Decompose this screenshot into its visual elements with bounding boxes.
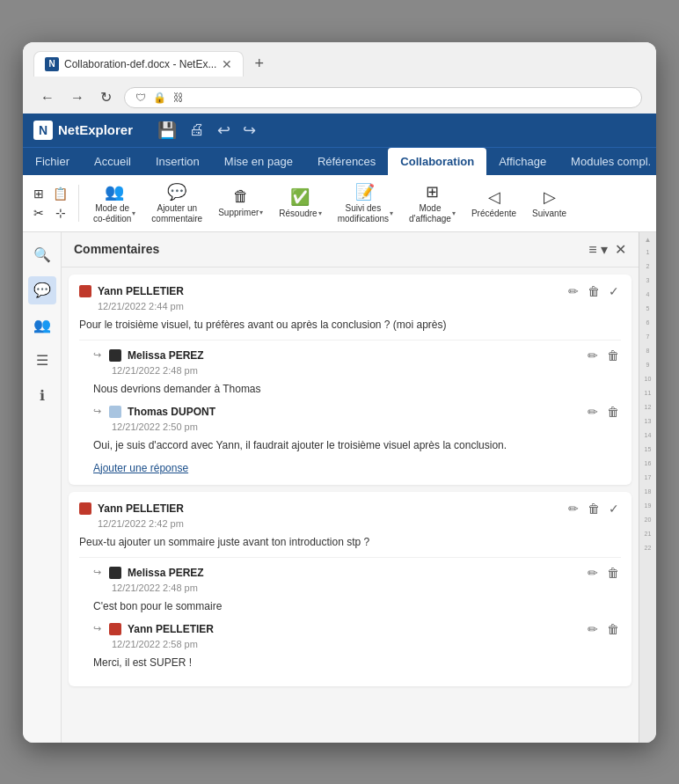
delete-comment-2-btn[interactable]: 🗑 — [586, 501, 602, 517]
toolbar-view-mode-btn[interactable]: ⊞ Moded'affichage ▾ — [402, 179, 463, 228]
tab-favicon: N — [45, 57, 59, 71]
toolbar-copy-btn[interactable]: ⊞ — [30, 185, 47, 202]
sidebar-icon-users[interactable]: 👥 — [28, 311, 56, 340]
menu-bar: Fichier Accueil Insertion Mise en page R… — [23, 147, 656, 175]
ruler-mark-8: 8 — [646, 344, 650, 358]
forward-button[interactable]: → — [67, 88, 88, 107]
redo-button[interactable]: ↪ — [243, 121, 256, 140]
comments-close-button[interactable]: ✕ — [615, 241, 626, 258]
ruler-mark-6: 6 — [646, 316, 650, 330]
resolve-label: Résoudre ▾ — [279, 209, 321, 219]
delete-reply-1a-btn[interactable]: 🗑 — [605, 348, 621, 363]
toolbar-paste-btn[interactable]: 📋 — [49, 185, 71, 202]
reload-button[interactable]: ↻ — [97, 87, 115, 107]
new-tab-button[interactable]: + — [249, 53, 269, 75]
back-button[interactable]: ← — [37, 88, 58, 107]
view-mode-icon: ⊞ — [426, 182, 439, 201]
ruler-mark-4: 4 — [646, 288, 650, 302]
toolbar-select-btn[interactable]: ⊹ — [49, 204, 71, 222]
reply-2a-text: C'est bon pour le sommaire — [93, 598, 621, 614]
delete-reply-2a-btn[interactable]: 🗑 — [605, 565, 621, 581]
comment-main-1: Yann PELLETIER ✏ 🗑 ✓ 12/21/2022 2:44 pm … — [79, 283, 621, 333]
ruler: ▲ 1 2 3 4 5 6 7 8 9 10 11 12 13 14 15 16… — [639, 232, 656, 743]
delete-reply-1b-btn[interactable]: 🗑 — [605, 404, 621, 420]
ruler-mark-18: 18 — [645, 485, 652, 499]
next-label: Suivante — [532, 209, 566, 219]
menu-mise-en-page[interactable]: Mise en page — [212, 148, 305, 175]
toolbar-delete-btn[interactable]: 🗑 Supprimer ▾ — [211, 184, 270, 222]
sidebar-icon-outline[interactable]: ☰ — [28, 347, 56, 375]
ruler-top-mark: ▲ — [645, 236, 652, 244]
header-actions: 💾 🖨 ↩ ↪ — [157, 121, 256, 140]
reply-1b-author-row: ↪ Thomas DUPONT ✏ 🗑 — [93, 404, 621, 420]
save-button[interactable]: 💾 — [157, 121, 177, 140]
toolbar-resolve-btn[interactable]: ✅ Résoudre ▾ — [272, 184, 328, 223]
edit-comment-1-btn[interactable]: ✏ — [566, 283, 580, 299]
resolve-comment-2-btn[interactable]: ✓ — [607, 501, 621, 517]
comments-title: Commentaires — [74, 242, 159, 256]
reply-1b-text: Oui, je suis d'accord avec Yann, il faud… — [93, 437, 621, 453]
tab-close-button[interactable]: ✕ — [222, 58, 232, 70]
app-header: N NetExplorer 💾 🖨 ↩ ↪ — [23, 114, 656, 147]
comments-header: Commentaires ≡ ▾ ✕ — [62, 232, 639, 267]
delete-label: Supprimer ▾ — [218, 208, 263, 218]
undo-button[interactable]: ↩ — [217, 121, 230, 140]
reply-2a: ↪ Melissa PEREZ ✏ 🗑 12/21/2022 2:48 pm C… — [93, 565, 621, 614]
security-icon: 🛡 — [135, 92, 146, 104]
toolbar-next-btn[interactable]: ▷ Suivante — [525, 184, 573, 223]
delete-comment-1-btn[interactable]: 🗑 — [586, 283, 602, 299]
edit-comment-2-btn[interactable]: ✏ — [566, 501, 580, 517]
menu-affichage[interactable]: Affichage — [486, 148, 559, 175]
sidebar-icons: 🔍 💬 👥 ☰ ℹ — [23, 232, 62, 743]
reply-2a-date: 12/21/2022 2:48 pm — [112, 583, 621, 593]
resolve-comment-1-btn[interactable]: ✓ — [607, 283, 621, 299]
coedition-label: Mode deco-édition ▾ — [93, 203, 135, 224]
reply-1b-name: Thomas DUPONT — [128, 406, 215, 418]
menu-references[interactable]: Références — [305, 148, 388, 175]
reply-arrow-2b: ↪ — [93, 623, 101, 634]
menu-collaboration[interactable]: Collaboration — [388, 148, 486, 175]
ruler-mark-2: 2 — [646, 260, 650, 274]
edit-reply-1b-btn[interactable]: ✏ — [586, 404, 600, 420]
ruler-mark-11: 11 — [645, 386, 652, 400]
menu-modules[interactable]: Modules compl. — [559, 148, 656, 175]
logo-letter: N — [39, 123, 47, 137]
delete-reply-2b-btn[interactable]: 🗑 — [605, 621, 621, 637]
menu-insertion[interactable]: Insertion — [143, 148, 212, 175]
comments-panel: Commentaires ≡ ▾ ✕ Yann PELLETIER ✏ — [62, 232, 639, 743]
print-button[interactable]: 🖨 — [189, 121, 205, 139]
menu-accueil[interactable]: Accueil — [82, 148, 143, 175]
edit-reply-2b-btn[interactable]: ✏ — [586, 621, 600, 637]
add-reply-1-button[interactable]: Ajouter une réponse — [93, 460, 188, 476]
sidebar-icon-info[interactable]: ℹ — [28, 382, 56, 410]
sidebar-icon-comments[interactable]: 💬 — [28, 276, 56, 304]
reply-arrow-1a: ↪ — [93, 349, 101, 361]
toolbar-previous-btn[interactable]: ◁ Précédente — [464, 184, 523, 223]
reply-2a-author: ↪ Melissa PEREZ — [93, 567, 204, 579]
reply-1a-name: Melissa PEREZ — [128, 349, 204, 362]
comments-filter-button[interactable]: ≡ ▾ — [588, 241, 608, 258]
previous-label: Précédente — [471, 209, 516, 219]
menu-fichier[interactable]: Fichier — [23, 148, 82, 175]
comment-block-2: Yann PELLETIER ✏ 🗑 ✓ 12/21/2022 2:42 pm … — [69, 492, 632, 686]
reply-2a-author-row: ↪ Melissa PEREZ ✏ 🗑 — [93, 565, 621, 581]
tab-title: Collaboration-def.docx - NetEx... — [64, 58, 216, 70]
active-tab[interactable]: N Collaboration-def.docx - NetEx... ✕ — [33, 51, 244, 77]
author-name-2: Yann PELLETIER — [98, 502, 184, 515]
toolbar-tracking-btn[interactable]: 📝 Suivi desmodifications ▾ — [331, 179, 400, 228]
app-logo: N NetExplorer — [33, 121, 133, 140]
avatar-yann-2b — [109, 623, 121, 635]
edit-reply-2a-btn[interactable]: ✏ — [586, 565, 600, 581]
reply-1a-author: ↪ Melissa PEREZ — [93, 349, 204, 362]
logo-icon: N — [33, 121, 53, 140]
toolbar-add-comment-btn[interactable]: 💬 Ajouter uncommentaire — [144, 179, 209, 228]
edit-reply-1a-btn[interactable]: ✏ — [586, 348, 600, 363]
ruler-mark-20: 20 — [645, 513, 652, 527]
toolbar-coedition-btn[interactable]: 👥 Mode deco-édition ▾ — [86, 179, 142, 228]
sidebar-icon-search[interactable]: 🔍 — [28, 241, 56, 269]
reply-2a-name: Melissa PEREZ — [128, 567, 204, 579]
toolbar-cut-btn[interactable]: ✂ — [30, 204, 47, 222]
next-icon: ▷ — [544, 187, 556, 207]
address-bar[interactable]: 🛡 🔒 ⛓ — [124, 87, 642, 108]
add-comment-label: Ajouter uncommentaire — [151, 203, 202, 224]
